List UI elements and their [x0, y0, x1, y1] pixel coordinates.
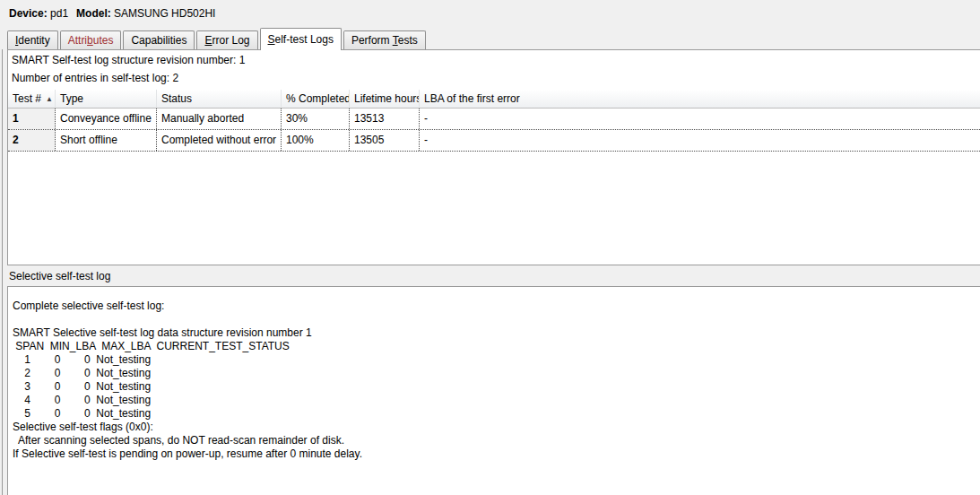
smart-device-window: Device: pd1Model: SAMSUNG HD502HI Identi… — [0, 0, 980, 495]
selftest-revision-line: SMART Self-test log structure revision n… — [12, 54, 245, 66]
tab-identity[interactable]: Identity — [7, 30, 58, 49]
window-left-border — [2, 49, 3, 495]
table-cell: 100% — [282, 130, 350, 151]
column-header-status[interactable]: Status — [157, 90, 282, 108]
table-cell: Conveyance offline — [56, 109, 157, 129]
column-header-test-[interactable]: Test #▲ — [8, 90, 56, 108]
selftest-table: Test #▲TypeStatus% CompletedLifetime hou… — [8, 90, 980, 152]
selftest-table-body: 1Conveyance offlineManually aborted30%13… — [8, 109, 980, 152]
column-header--completed[interactable]: % Completed — [282, 90, 350, 108]
selective-frame-title: Selective self-test log — [9, 270, 110, 282]
table-row[interactable]: 2Short offlineCompleted without error100… — [8, 130, 980, 152]
table-row[interactable]: 1Conveyance offlineManually aborted30%13… — [8, 109, 980, 130]
tab-perform-tests[interactable]: Perform Tests — [343, 30, 426, 49]
tab-capabilities[interactable]: Capabilities — [123, 30, 195, 49]
tab-attributes[interactable]: Attributes — [60, 30, 122, 49]
table-cell: 30% — [282, 109, 350, 129]
tab-error-log[interactable]: Error Log — [196, 30, 257, 49]
table-cell: 1 — [8, 109, 56, 129]
table-cell: Completed without error — [157, 130, 282, 151]
sort-ascending-icon: ▲ — [46, 95, 53, 103]
column-header-lba-of-the-first-error[interactable]: LBA of the first error — [420, 90, 980, 108]
selftest-entries-line: Number of entries in self-test log: 2 — [12, 72, 178, 84]
table-cell: 2 — [8, 130, 56, 151]
table-cell: - — [420, 130, 980, 151]
table-cell: 13513 — [350, 109, 420, 129]
tab-bar: IdentityAttributesCapabilitiesError LogS… — [7, 27, 428, 49]
model-value: SAMSUNG HD502HI — [114, 7, 215, 20]
tab-self-test-logs[interactable]: Self-test Logs — [260, 28, 342, 50]
model-label: Model: — [76, 7, 111, 20]
table-cell: Short offline — [56, 130, 157, 151]
selective-log-text: Complete selective self-test log: SMART … — [13, 300, 362, 461]
table-cell: Manually aborted — [157, 109, 282, 129]
device-header: Device: pd1Model: SAMSUNG HD502HI — [9, 7, 215, 20]
table-cell: 13505 — [350, 130, 420, 151]
selftest-table-header: Test #▲TypeStatus% CompletedLifetime hou… — [8, 90, 980, 109]
column-header-lifetime-hours[interactable]: Lifetime hours — [350, 90, 420, 108]
selective-log-box: Complete selective self-test log: SMART … — [7, 286, 980, 495]
device-label: Device: — [9, 7, 48, 20]
selftest-logs-page: SMART Self-test log structure revision n… — [7, 49, 980, 265]
table-cell: - — [420, 109, 980, 129]
column-header-type[interactable]: Type — [56, 90, 157, 108]
device-value: pd1 — [50, 7, 68, 20]
